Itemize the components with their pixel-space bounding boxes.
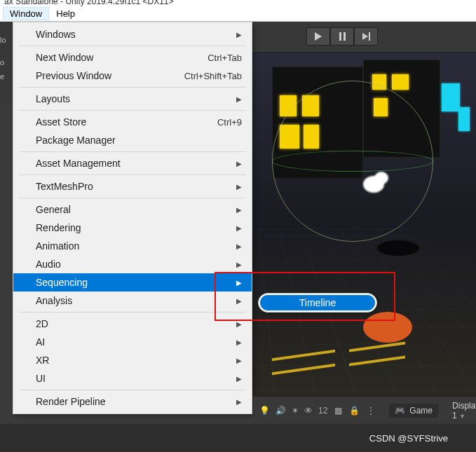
chevron-right-icon: ▶ — [236, 279, 242, 287]
menu-label: Layouts — [36, 93, 70, 104]
menu-item-general[interactable]: General ▶ — [13, 200, 252, 219]
menu-item-animation[interactable]: Animation ▶ — [13, 237, 252, 255]
lightbulb-icon[interactable]: 💡 — [259, 406, 270, 416]
step-icon — [362, 32, 370, 41]
chevron-right-icon: ▶ — [236, 375, 242, 383]
menu-item-previous-window[interactable]: Previous Window Ctrl+Shift+Tab — [13, 67, 252, 85]
menu-label: Asset Management — [36, 158, 121, 169]
menu-label: Windows — [36, 29, 76, 40]
chevron-right-icon: ▶ — [236, 95, 242, 103]
menu-label: Audio — [36, 259, 61, 270]
menu-label: Render Pipeline — [36, 396, 106, 407]
menu-item-package-manager[interactable]: Package Manager — [13, 131, 252, 149]
pause-button[interactable] — [330, 27, 354, 46]
menu-separator — [19, 198, 246, 198]
scene-sign — [442, 83, 460, 111]
chevron-right-icon: ▶ — [236, 183, 242, 191]
tab-label: Game — [409, 406, 433, 416]
menu-item-layouts[interactable]: Layouts ▶ — [13, 90, 252, 108]
menu-label: UI — [36, 373, 46, 384]
layers-icon[interactable]: ▦ — [334, 406, 342, 416]
scene-sign — [458, 107, 470, 131]
gizmo-count: 12 — [318, 406, 327, 416]
lock-icon[interactable]: 🔒 — [349, 406, 360, 416]
menu-label: Package Manager — [36, 135, 116, 146]
play-button[interactable] — [306, 27, 330, 46]
game-icon: 🎮 — [395, 406, 405, 416]
menu-label: Next Window — [36, 52, 93, 63]
chevron-right-icon: ▶ — [236, 160, 242, 167]
menu-shortcut: Ctrl+Shift+Tab — [184, 71, 242, 81]
menu-help[interactable]: Help — [49, 7, 82, 20]
scene-prop — [363, 312, 412, 343]
menu-label: Previous Window — [36, 70, 111, 81]
chevron-right-icon: ▶ — [236, 224, 242, 232]
chevron-down-icon: ▼ — [459, 413, 465, 420]
audio-icon[interactable]: 🔊 — [276, 406, 286, 416]
menu-item-ui[interactable]: UI ▶ — [13, 369, 252, 388]
submenu-item-timeline[interactable]: Timeline — [260, 295, 375, 310]
menu-shortcut: Ctrl+Tab — [208, 53, 242, 63]
menu-label: Analysis — [36, 295, 72, 306]
game-tab[interactable]: 🎮 Game — [389, 404, 438, 418]
menu-item-textmeshpro[interactable]: TextMeshPro ▶ — [13, 177, 252, 196]
dock-label: e — [0, 72, 13, 81]
menu-item-rendering[interactable]: Rendering ▶ — [13, 219, 252, 237]
chevron-right-icon: ▶ — [236, 320, 242, 328]
menu-separator — [19, 46, 246, 46]
menu-item-analysis[interactable]: Analysis ▶ — [13, 292, 252, 310]
menu-item-ai[interactable]: AI ▶ — [13, 333, 252, 351]
menu-label: 2D — [36, 318, 48, 329]
menu-separator — [19, 110, 246, 111]
chevron-right-icon: ▶ — [236, 338, 242, 346]
more-icon[interactable]: ⋮ — [367, 406, 375, 416]
menu-item-next-window[interactable]: Next Window Ctrl+Tab — [13, 48, 252, 67]
watermark-text: CSDN @SYFStrive — [369, 433, 448, 444]
menu-label: TextMeshPro — [36, 181, 93, 192]
scene-view-toolbar: 💡 🔊 ✶ 👁 12 ▦ 🔒 ⋮ 🎮 Game Display 1 ▼ Free… — [254, 396, 476, 424]
menu-label: Asset Store — [36, 116, 86, 128]
menu-item-xr[interactable]: XR ▶ — [13, 351, 252, 369]
window-title: ax Standalone - Unity 2019.4.29f1c1 <DX1… — [0, 0, 476, 6]
left-dock: lo o e — [0, 22, 13, 106]
menu-item-2d[interactable]: 2D ▶ — [13, 315, 252, 333]
menu-item-render-pipeline[interactable]: Render Pipeline ▶ — [13, 392, 252, 411]
menu-label: Animation — [36, 240, 79, 252]
chevron-right-icon: ▶ — [236, 398, 242, 406]
menu-item-windows[interactable]: Windows ▶ — [13, 25, 252, 43]
chevron-right-icon: ▶ — [236, 357, 242, 364]
scene-cloud — [374, 172, 388, 184]
window-menu-dropdown: Windows ▶ Next Window Ctrl+Tab Previous … — [13, 22, 252, 414]
menu-label: Sequencing — [36, 277, 88, 288]
menu-separator — [19, 390, 246, 390]
watermark-footer: CSDN @SYFStrive — [0, 424, 476, 452]
menu-label: XR — [36, 355, 49, 366]
scene-shadow — [377, 240, 419, 256]
menu-label: AI — [36, 336, 45, 348]
effects-icon[interactable]: ✶ — [292, 406, 299, 416]
pause-icon — [339, 32, 346, 41]
menu-item-audio[interactable]: Audio ▶ — [13, 255, 252, 273]
menu-item-asset-management[interactable]: Asset Management ▶ — [13, 154, 252, 172]
menu-label: General — [36, 204, 71, 215]
menu-shortcut: Ctrl+9 — [217, 117, 242, 128]
gizmo-ring — [272, 151, 433, 172]
chevron-right-icon: ▶ — [236, 31, 242, 39]
scene-toolbar-icons: 💡 🔊 ✶ 👁 12 — [259, 406, 327, 416]
menu-separator — [19, 174, 246, 175]
play-icon — [315, 32, 322, 41]
chevron-right-icon: ▶ — [236, 297, 242, 305]
menu-label: Rendering — [36, 222, 81, 233]
menu-separator — [19, 87, 246, 88]
menu-item-sequencing[interactable]: Sequencing ▶ — [13, 273, 252, 292]
menu-item-asset-store[interactable]: Asset Store Ctrl+9 — [13, 113, 252, 131]
dock-label: lo — [0, 36, 13, 44]
sequencing-submenu: Timeline — [258, 293, 377, 313]
menu-separator — [19, 151, 246, 152]
menu-separator — [19, 312, 246, 313]
step-button[interactable] — [354, 27, 378, 46]
chevron-right-icon: ▶ — [236, 242, 242, 250]
visibility-icon[interactable]: 👁 — [304, 406, 313, 416]
menu-window[interactable]: Window — [3, 7, 49, 20]
display-dropdown[interactable]: Display 1 ▼ — [452, 401, 476, 420]
